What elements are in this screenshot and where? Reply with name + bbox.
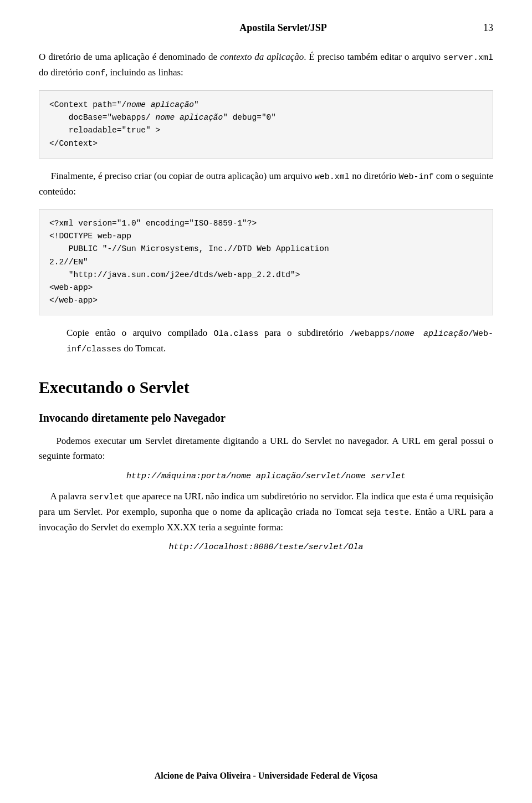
servlet-word-paragraph: A palavra servlet que aparece na URL não… — [39, 489, 493, 535]
page-header: Apostila Servlet/JSP 13 — [39, 22, 493, 34]
webxml-ref: web.xml — [315, 172, 350, 182]
page-title: Apostila Servlet/JSP — [83, 22, 483, 34]
webapps-path-ref: /webapps/nome aplicação/Web-inf/classes — [66, 329, 493, 354]
copy-paragraph: Copie então o arquivo compilado Ola.clas… — [66, 325, 493, 356]
teste-ref: teste — [384, 508, 409, 518]
server-xml-ref: server.xml — [443, 53, 493, 63]
page: Apostila Servlet/JSP 13 O diretório de u… — [0, 0, 532, 803]
browser-paragraph: Podemos executar um Servlet diretamente … — [39, 433, 493, 463]
section-heading: Executando o Servlet — [39, 376, 493, 398]
ola-class-ref: Ola.class — [213, 329, 258, 339]
webinf-ref: Web-inf — [398, 172, 433, 182]
code-context: <Context path="/nome aplicação" docBase=… — [39, 90, 493, 158]
url-example: http://localhost:8080/teste/servlet/Ola — [39, 543, 493, 552]
servlet-word-ref: servlet — [89, 493, 124, 502]
code-webxml: <?xml version="1.0" encoding="ISO-8859-1… — [39, 209, 493, 315]
subsection-heading: Invocando diretamente pelo Navegador — [39, 410, 493, 426]
url-format: http://máquina:porta/nome aplicação/serv… — [39, 472, 493, 481]
webxml-paragraph: Finalmente, é preciso criar (ou copiar d… — [39, 168, 493, 199]
page-footer: Alcione de Paiva Oliveira - Universidade… — [0, 771, 532, 781]
conf-ref: conf — [85, 69, 105, 78]
intro-paragraph: O diretório de uma aplicação é denominad… — [39, 49, 493, 80]
page-number: 13 — [483, 22, 493, 34]
